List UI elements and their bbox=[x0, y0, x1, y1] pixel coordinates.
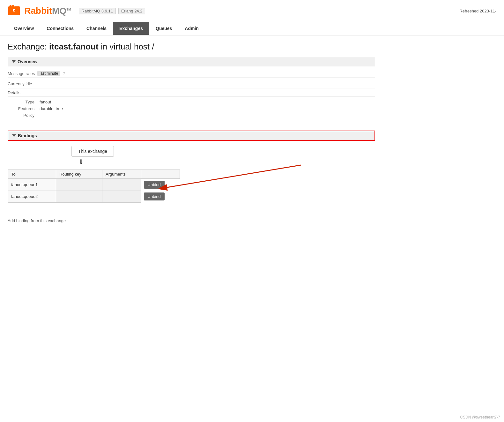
page-title: Exchange: itcast.fanout in virtual host … bbox=[8, 42, 375, 52]
logo-text: RabbitMQTM bbox=[24, 6, 71, 16]
unbind-button-1[interactable]: Unbind bbox=[144, 181, 165, 189]
binding-routing-2 bbox=[56, 191, 102, 202]
add-binding-label: Add binding from this exchange bbox=[8, 218, 66, 223]
exchange-name: itcast.fanout bbox=[49, 42, 99, 51]
rabbitmq-version-badge: RabbitMQ 3.9.11 bbox=[79, 8, 116, 14]
bindings-table-head: To Routing key Arguments bbox=[8, 170, 180, 179]
version-badges: RabbitMQ 3.9.11 Erlang 24.2 bbox=[79, 8, 145, 14]
features-key: Features bbox=[14, 105, 40, 112]
details-section: Details Type fanout Features durable: tr… bbox=[8, 88, 375, 121]
overview-section-header[interactable]: Overview bbox=[8, 57, 375, 66]
binding-to-2: fanout.queue2 bbox=[8, 191, 56, 202]
binding-action-2: Unbind bbox=[141, 191, 180, 202]
bindings-section-label: Bindings bbox=[18, 133, 37, 138]
binding-action-1: Unbind bbox=[141, 179, 180, 191]
message-rates-label: Message rates bbox=[8, 71, 35, 76]
binding-to-1: fanout.queue1 bbox=[8, 179, 56, 191]
main-nav: Overview Connections Channels Exchanges … bbox=[0, 22, 504, 35]
details-type-row: Type fanout bbox=[14, 99, 63, 105]
col-arguments: Arguments bbox=[102, 170, 141, 179]
details-table: Type fanout Features durable: true Polic… bbox=[14, 99, 63, 119]
table-row: fanout.queue1 Unbind bbox=[8, 179, 180, 191]
bindings-table-header-row: To Routing key Arguments bbox=[8, 170, 180, 179]
nav-channels[interactable]: Channels bbox=[80, 22, 113, 35]
col-routing-key: Routing key bbox=[56, 170, 102, 179]
type-val: fanout bbox=[40, 99, 63, 105]
binding-args-1 bbox=[102, 179, 141, 191]
nav-exchanges[interactable]: Exchanges bbox=[113, 22, 149, 35]
policy-val bbox=[40, 112, 63, 119]
details-policy-row: Policy bbox=[14, 112, 63, 119]
message-rates-row: Message rates last minute ? bbox=[8, 70, 375, 78]
bindings-table-body: fanout.queue1 Unbind fanout.queue2 bbox=[8, 179, 180, 203]
table-row: fanout.queue2 Unbind bbox=[8, 191, 180, 202]
svg-rect-4 bbox=[8, 11, 20, 15]
logo-icon bbox=[8, 4, 22, 18]
down-arrow-symbol: ⇓ bbox=[78, 158, 375, 166]
header: RabbitMQTM RabbitMQ 3.9.11 Erlang 24.2 R… bbox=[0, 0, 504, 22]
unbind-button-2[interactable]: Unbind bbox=[144, 192, 165, 200]
bindings-section: Bindings This exchange ⇓ bbox=[8, 131, 375, 213]
title-prefix: Exchange: bbox=[8, 42, 49, 51]
bindings-section-header[interactable]: Bindings bbox=[8, 131, 375, 141]
binding-args-2 bbox=[102, 191, 141, 202]
help-question-mark[interactable]: ? bbox=[63, 71, 65, 76]
nav-overview[interactable]: Overview bbox=[8, 22, 40, 35]
nav-queues[interactable]: Queues bbox=[149, 22, 178, 35]
details-features-row: Features durable: true bbox=[14, 105, 63, 112]
overview-section: Overview Message rates last minute ? Cur… bbox=[8, 57, 375, 124]
col-to: To bbox=[8, 170, 56, 179]
bindings-collapse-icon bbox=[12, 134, 16, 137]
add-binding-row: Add binding from this exchange bbox=[8, 213, 375, 224]
binding-routing-1 bbox=[56, 179, 102, 191]
svg-line-8 bbox=[167, 165, 301, 187]
nav-admin[interactable]: Admin bbox=[178, 22, 205, 35]
svg-rect-6 bbox=[14, 10, 15, 11]
type-key: Type bbox=[14, 99, 40, 105]
currently-idle-text: Currently idle bbox=[8, 79, 375, 88]
main-content: Exchange: itcast.fanout in virtual host … bbox=[0, 35, 383, 231]
bindings-body: This exchange ⇓ To bbox=[8, 141, 375, 213]
erlang-version-badge: Erlang 24.2 bbox=[118, 8, 145, 14]
title-suffix: in virtual host / bbox=[99, 42, 154, 51]
bindings-visual: This exchange ⇓ To bbox=[8, 146, 375, 203]
nav-connections[interactable]: Connections bbox=[40, 22, 80, 35]
svg-rect-2 bbox=[12, 5, 14, 8]
logo-area: RabbitMQTM bbox=[8, 4, 71, 18]
details-title: Details bbox=[8, 90, 375, 97]
overview-collapse-icon bbox=[12, 60, 16, 63]
rate-period-badge[interactable]: last minute bbox=[37, 71, 60, 76]
col-action bbox=[141, 170, 180, 179]
svg-rect-1 bbox=[10, 5, 11, 8]
refresh-time: Refreshed 2023-11- bbox=[459, 9, 496, 13]
policy-key: Policy bbox=[14, 112, 40, 119]
bindings-table: To Routing key Arguments fanout.queue1 bbox=[8, 170, 180, 203]
overview-body: Message rates last minute ? Currently id… bbox=[8, 66, 375, 124]
features-val: durable: true bbox=[40, 105, 63, 112]
this-exchange-box: This exchange bbox=[71, 146, 114, 157]
overview-section-label: Overview bbox=[18, 59, 37, 64]
